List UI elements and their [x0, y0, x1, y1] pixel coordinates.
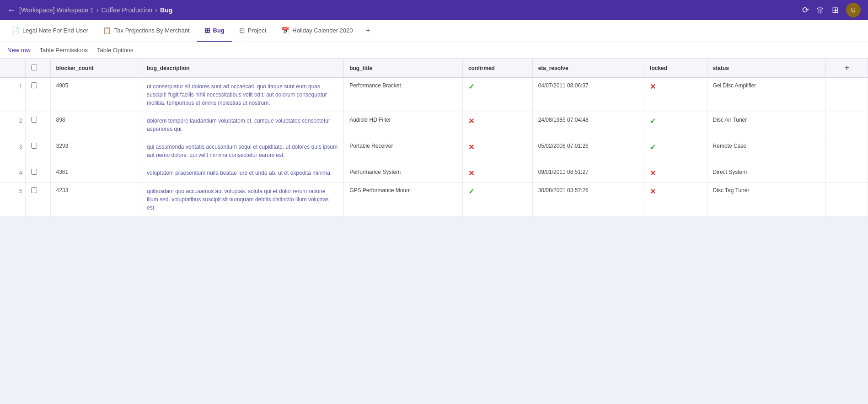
- table-options-button[interactable]: Table Options: [97, 47, 134, 54]
- locked-true-icon: ✓: [650, 117, 656, 125]
- bug-title-cell: Portable Receiver: [344, 138, 463, 164]
- table-row: 2 898 dolorem tempore laudantium volupta…: [0, 112, 868, 138]
- delete-icon[interactable]: 🗑: [816, 5, 825, 15]
- bug-description-cell: qui assumenda veritatis accusantium sequ…: [141, 138, 344, 164]
- table-permissions-button[interactable]: Table Permissions: [40, 47, 88, 54]
- row-extra-cell: [826, 112, 868, 138]
- status-cell: Remote Case: [707, 138, 826, 164]
- locked-cell: ✓: [644, 112, 707, 138]
- top-bar-right: ⟳ 🗑 ⊞ U: [802, 3, 861, 17]
- blocker-count-cell: 4361: [50, 164, 141, 183]
- refresh-icon[interactable]: ⟳: [802, 5, 809, 15]
- tab-legal[interactable]: 📄 Legal Note For End User: [4, 20, 96, 42]
- locked-cell: ✕: [644, 78, 707, 112]
- status-cell: Gel Disc Amplifier: [707, 78, 826, 112]
- col-header-locked[interactable]: locked: [644, 59, 707, 78]
- bug-description-text: ut consequatur sit dolores sunt ad occae…: [147, 83, 327, 106]
- row-checkbox-cell: [25, 183, 50, 217]
- status-text: Disc Tag Tuner: [713, 187, 750, 194]
- bug-description-cell: ut consequatur sit dolores sunt ad occae…: [141, 78, 344, 112]
- new-row-button[interactable]: New row: [7, 47, 31, 54]
- bug-description-cell: quibusdam quo accusamus aut voluptas. so…: [141, 183, 344, 217]
- table-row: 5 4233 quibusdam quo accusamus aut volup…: [0, 183, 868, 217]
- bug-title-text: Performance Bracket: [349, 82, 401, 89]
- tab-bug[interactable]: ⊞ Bug: [197, 20, 232, 42]
- col-header-check: [25, 59, 50, 78]
- bug-title-text: Portable Receiver: [349, 143, 393, 149]
- locked-true-icon: ✓: [650, 143, 656, 151]
- row-extra-cell: [826, 183, 868, 217]
- eta-resolve-text: 09/01/2011 08:51:27: [538, 169, 589, 175]
- add-column-button[interactable]: +: [826, 59, 868, 78]
- col-header-blocker[interactable]: blocker_count: [50, 59, 141, 78]
- bug-description-text: qui assumenda veritatis accusantium sequ…: [147, 144, 338, 158]
- eta-resolve-text: 24/08/1985 07:04:48: [538, 117, 589, 123]
- bug-description-cell: dolorem tempore laudantium voluptatem et…: [141, 112, 344, 138]
- breadcrumb-sep2: ›: [155, 6, 157, 14]
- status-text: Remote Case: [713, 143, 746, 149]
- row-number: 5: [0, 183, 25, 217]
- add-tab-button[interactable]: +: [360, 26, 376, 36]
- row-checkbox-cell: [25, 138, 50, 164]
- row-checkbox[interactable]: [31, 169, 37, 175]
- eta-resolve-text: 05/02/2006 07:01:26: [538, 143, 589, 149]
- locked-false-icon: ✕: [650, 188, 656, 195]
- data-table-container: blocker_count bug_description bug_title …: [0, 59, 868, 217]
- status-cell: Direct System: [707, 164, 826, 183]
- table-row: 1 4905 ut consequatur sit dolores sunt a…: [0, 78, 868, 112]
- col-header-eta[interactable]: eta_resolve: [532, 59, 644, 78]
- workspace-label: [Workspace] Workspace 1: [19, 6, 94, 14]
- avatar[interactable]: U: [846, 3, 861, 17]
- locked-cell: ✕: [644, 164, 707, 183]
- select-all-checkbox[interactable]: [31, 65, 37, 70]
- back-button[interactable]: ←: [7, 5, 16, 15]
- row-checkbox-cell: [25, 164, 50, 183]
- tab-tax-label: Tax Projections By Merchant: [114, 27, 190, 34]
- col-header-title[interactable]: bug_title: [344, 59, 463, 78]
- table-row: 4 4361 voluptatem praesentium nulla beat…: [0, 164, 868, 183]
- col-header-desc[interactable]: bug_description: [141, 59, 344, 78]
- tab-bug-label: Bug: [213, 27, 225, 34]
- tab-project[interactable]: ⊟ Project: [232, 20, 273, 42]
- breadcrumb: [Workspace] Workspace 1 › Coffee Product…: [19, 6, 172, 14]
- eta-resolve-text: 04/07/2011 08:06:37: [538, 82, 589, 89]
- row-extra-cell: [826, 78, 868, 112]
- row-checkbox-cell: [25, 112, 50, 138]
- bug-description-text: dolorem tempore laudantium voluptatem et…: [147, 118, 330, 132]
- confirmed-cell: ✕: [462, 138, 532, 164]
- confirmed-cell: ✕: [462, 112, 532, 138]
- bug-title-cell: Audible HD Filter: [344, 112, 463, 138]
- locked-cell: ✕: [644, 183, 707, 217]
- confirmed-true-icon: ✓: [468, 83, 474, 91]
- grid-icon[interactable]: ⊞: [832, 5, 839, 15]
- status-cell: Disc Tag Tuner: [707, 183, 826, 217]
- bug-title-text: Performance System: [349, 169, 401, 175]
- bug-title-text: Audible HD Filter: [349, 117, 391, 123]
- tab-holiday-label: Holiday Calender 2020: [292, 27, 353, 34]
- row-checkbox-cell: [25, 78, 50, 112]
- tab-legal-label: Legal Note For End User: [22, 27, 88, 34]
- tab-holiday[interactable]: 📅 Holiday Calender 2020: [273, 20, 360, 42]
- locked-false-icon: ✕: [650, 169, 656, 177]
- col-header-num: [0, 59, 25, 78]
- tab-project-icon: ⊟: [239, 27, 245, 35]
- row-extra-cell: [826, 164, 868, 183]
- locked-false-icon: ✕: [650, 83, 656, 91]
- eta-resolve-text: 30/08/2001 03:57:26: [538, 187, 589, 194]
- row-checkbox[interactable]: [31, 143, 37, 149]
- col-header-status[interactable]: status: [707, 59, 826, 78]
- row-extra-cell: [826, 138, 868, 164]
- top-bar: ← [Workspace] Workspace 1 › Coffee Produ…: [0, 0, 868, 20]
- tab-tax[interactable]: 📋 Tax Projections By Merchant: [96, 20, 197, 42]
- row-checkbox[interactable]: [31, 187, 37, 193]
- row-checkbox[interactable]: [31, 82, 37, 88]
- toolbar: New row Table Permissions Table Options: [0, 42, 868, 59]
- confirmed-cell: ✓: [462, 78, 532, 112]
- col-header-confirmed[interactable]: confirmed: [462, 59, 532, 78]
- data-table: blocker_count bug_description bug_title …: [0, 59, 868, 217]
- tab-legal-icon: 📄: [11, 27, 20, 35]
- bug-title-cell: Performance System: [344, 164, 463, 183]
- row-number: 3: [0, 138, 25, 164]
- row-checkbox[interactable]: [31, 117, 37, 123]
- current-page-label: Bug: [160, 6, 172, 14]
